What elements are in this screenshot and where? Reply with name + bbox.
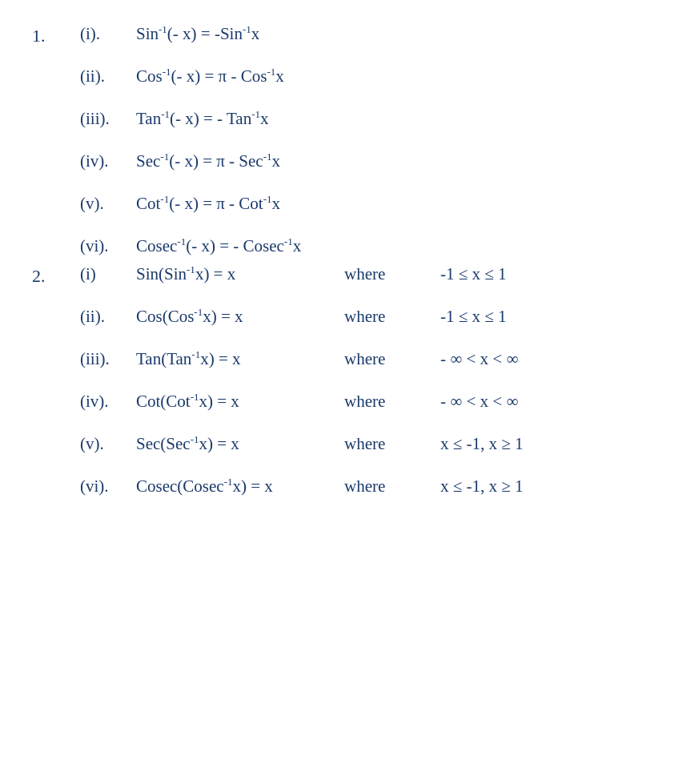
- section-2-number: 2.: [32, 264, 80, 497]
- where-2-vi: where: [344, 476, 440, 497]
- formula-row-2-i: (i) Sin(Sin-1x) = x where -1 ≤ x ≤ 1: [80, 264, 667, 284]
- section-2-content: (i) Sin(Sin-1x) = x where -1 ≤ x ≤ 1 (ii…: [80, 264, 667, 497]
- condition-2-iv: - ∞ < x < ∞: [440, 392, 518, 412]
- part-label-1-ii: (ii).: [80, 66, 136, 86]
- part-label-1-vi: (vi).: [80, 236, 136, 256]
- where-2-v: where: [344, 434, 440, 454]
- part-label-2-v: (v).: [80, 434, 136, 454]
- section-1-number: 1.: [32, 24, 80, 256]
- formula-row-1-i: (i). Sin-1(- x) = -Sin-1x: [80, 24, 667, 44]
- formula-row-1-iii: (iii). Tan-1(- x) = - Tan-1x: [80, 109, 667, 129]
- condition-2-i: -1 ≤ x ≤ 1: [440, 264, 507, 284]
- formula-row-1-vi: (vi). Cosec-1(- x) = - Cosec-1x: [80, 236, 667, 256]
- section-2: 2. (i) Sin(Sin-1x) = x where -1 ≤ x ≤ 1 …: [32, 264, 667, 497]
- formula-row-2-v: (v). Sec(Sec-1x) = x where x ≤ -1, x ≥ 1: [80, 434, 667, 454]
- part-label-2-iv: (iv).: [80, 392, 136, 412]
- where-2-iii: where: [344, 349, 440, 369]
- where-2-ii: where: [344, 307, 440, 327]
- formula-row-1-iv: (iv). Sec-1(- x) = π - Sec-1x: [80, 151, 667, 171]
- condition-2-iii: - ∞ < x < ∞: [440, 349, 518, 369]
- section-1: 1. (i). Sin-1(- x) = -Sin-1x (ii). Cos-1…: [32, 24, 667, 256]
- formula-1-iii: Tan-1(- x) = - Tan-1x: [136, 109, 344, 129]
- formula-row-2-vi: (vi). Cosec(Cosec-1x) = x where x ≤ -1, …: [80, 476, 667, 497]
- formula-1-i: Sin-1(- x) = -Sin-1x: [136, 24, 344, 44]
- part-label-2-vi: (vi).: [80, 476, 136, 497]
- formula-2-iv: Cot(Cot-1x) = x: [136, 392, 344, 412]
- where-2-i: where: [344, 264, 440, 284]
- condition-2-v: x ≤ -1, x ≥ 1: [440, 434, 524, 454]
- section-1-content: (i). Sin-1(- x) = -Sin-1x (ii). Cos-1(- …: [80, 24, 667, 256]
- formula-row-1-v: (v). Cot-1(- x) = π - Cot-1x: [80, 194, 667, 214]
- part-label-1-iii: (iii).: [80, 109, 136, 129]
- formula-1-ii: Cos-1(- x) = π - Cos-1x: [136, 66, 344, 86]
- formula-row-1-ii: (ii). Cos-1(- x) = π - Cos-1x: [80, 66, 667, 86]
- formula-2-ii: Cos(Cos-1x) = x: [136, 307, 344, 327]
- formula-2-i: Sin(Sin-1x) = x: [136, 264, 344, 284]
- part-label-1-iv: (iv).: [80, 151, 136, 171]
- formula-2-iii: Tan(Tan-1x) = x: [136, 349, 344, 369]
- part-label-1-v: (v).: [80, 194, 136, 214]
- formula-row-2-iii: (iii). Tan(Tan-1x) = x where - ∞ < x < ∞: [80, 349, 667, 369]
- formula-2-vi: Cosec(Cosec-1x) = x: [136, 476, 344, 497]
- formula-1-v: Cot-1(- x) = π - Cot-1x: [136, 194, 344, 214]
- formula-2-v: Sec(Sec-1x) = x: [136, 434, 344, 454]
- where-2-iv: where: [344, 392, 440, 412]
- formula-row-2-iv: (iv). Cot(Cot-1x) = x where - ∞ < x < ∞: [80, 392, 667, 412]
- formula-1-vi: Cosec-1(- x) = - Cosec-1x: [136, 236, 344, 256]
- formula-row-2-ii: (ii). Cos(Cos-1x) = x where -1 ≤ x ≤ 1: [80, 307, 667, 327]
- part-label-2-ii: (ii).: [80, 307, 136, 327]
- condition-2-vi: x ≤ -1, x ≥ 1: [440, 476, 524, 497]
- condition-2-ii: -1 ≤ x ≤ 1: [440, 307, 507, 327]
- formula-1-iv: Sec-1(- x) = π - Sec-1x: [136, 151, 344, 171]
- part-label-2-i: (i): [80, 264, 136, 284]
- page: 1. (i). Sin-1(- x) = -Sin-1x (ii). Cos-1…: [32, 24, 667, 497]
- part-label-1-i: (i).: [80, 24, 136, 44]
- part-label-2-iii: (iii).: [80, 349, 136, 369]
